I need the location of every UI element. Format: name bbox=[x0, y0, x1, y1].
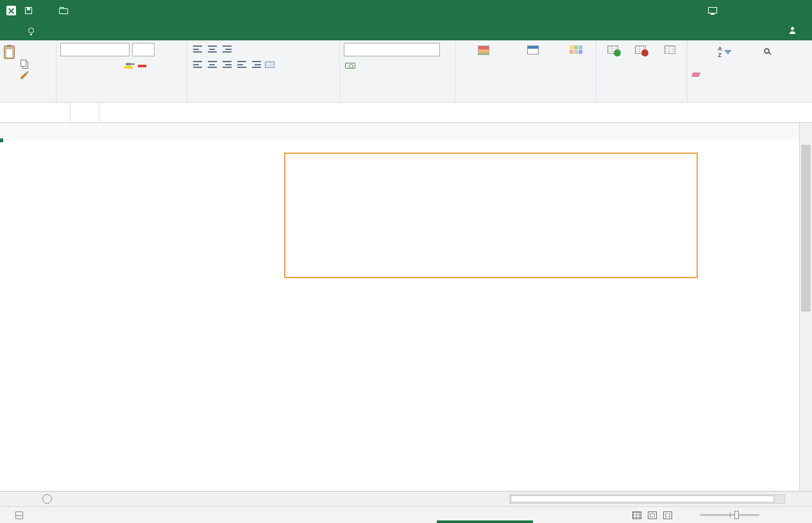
hscroll-track[interactable] bbox=[509, 494, 785, 504]
fill-color-bar bbox=[124, 66, 133, 69]
merge-center-icon bbox=[265, 62, 275, 68]
fill-button[interactable] bbox=[691, 57, 703, 67]
vertical-scrollbar[interactable] bbox=[799, 123, 812, 491]
format-cells-button[interactable] bbox=[656, 43, 684, 90]
clear-button[interactable] bbox=[691, 70, 703, 79]
vertical-scroll-thumb[interactable] bbox=[801, 145, 811, 311]
shrink-font-button[interactable] bbox=[172, 44, 184, 56]
grow-font-button[interactable] bbox=[157, 44, 169, 56]
number-format-combo[interactable] bbox=[344, 43, 440, 56]
hscroll-thumb[interactable] bbox=[511, 495, 774, 502]
percent-style-button[interactable] bbox=[361, 60, 373, 72]
font-size-combo[interactable] bbox=[132, 43, 155, 56]
insert-cells-button[interactable] bbox=[600, 43, 625, 90]
format-painter-button[interactable] bbox=[17, 71, 29, 81]
font-name-combo[interactable] bbox=[60, 43, 130, 56]
ribbon-group-alignment bbox=[187, 40, 340, 102]
increase-decimal-button[interactable] bbox=[391, 60, 403, 72]
eraser-icon bbox=[691, 72, 701, 77]
zoom-slider[interactable] bbox=[700, 514, 759, 516]
format-cells-icon bbox=[664, 46, 675, 54]
ribbon-group-cells bbox=[596, 40, 688, 102]
find-select-button[interactable] bbox=[747, 43, 786, 90]
zoom-slider-handle[interactable] bbox=[734, 511, 739, 519]
excel-app-icon[interactable] bbox=[6, 6, 16, 15]
scroll-down-icon[interactable] bbox=[800, 480, 812, 491]
share-button[interactable] bbox=[777, 21, 812, 40]
titlebar-right bbox=[666, 0, 812, 21]
scroll-up-icon[interactable] bbox=[800, 123, 812, 134]
paste-button[interactable] bbox=[4, 43, 15, 90]
copy-button[interactable] bbox=[17, 58, 29, 68]
maximize-button[interactable] bbox=[758, 0, 785, 21]
ribbon-group-editing: AZ bbox=[688, 40, 799, 102]
align-bottom-button[interactable] bbox=[221, 43, 233, 55]
minimize-button[interactable] bbox=[731, 0, 758, 21]
cut-button[interactable] bbox=[17, 46, 29, 55]
formula-input[interactable] bbox=[99, 103, 799, 122]
ribbon-group-styles bbox=[455, 40, 596, 102]
currency-icon bbox=[345, 63, 355, 69]
open-folder-icon[interactable] bbox=[59, 8, 68, 14]
find-select-icon bbox=[764, 48, 770, 54]
save-icon[interactable] bbox=[25, 7, 32, 14]
italic-button[interactable] bbox=[75, 60, 87, 72]
delete-cells-button[interactable] bbox=[628, 43, 653, 90]
macro-record-icon[interactable] bbox=[15, 511, 23, 519]
sort-filter-icon: AZ bbox=[718, 46, 732, 58]
format-painter-icon bbox=[20, 72, 27, 79]
autosum-button[interactable] bbox=[691, 44, 703, 54]
formula-note-textbox[interactable] bbox=[284, 153, 698, 278]
merge-center-button[interactable] bbox=[265, 62, 280, 68]
increase-indent-button[interactable] bbox=[250, 58, 262, 71]
person-icon bbox=[789, 27, 796, 34]
format-as-table-icon bbox=[527, 46, 539, 54]
borders-button[interactable] bbox=[107, 60, 119, 72]
close-button[interactable] bbox=[785, 0, 812, 21]
page-break-view-icon[interactable] bbox=[663, 511, 672, 519]
title-bar bbox=[0, 0, 812, 21]
decrease-indent-button[interactable] bbox=[235, 58, 248, 71]
align-left-button[interactable] bbox=[191, 58, 203, 71]
sheet-nav-left-icon[interactable] bbox=[0, 492, 17, 506]
ribbon-group-font bbox=[56, 40, 187, 102]
sheet-tab-bar bbox=[0, 491, 812, 506]
tell-me-box[interactable] bbox=[28, 21, 38, 40]
normal-view-icon[interactable] bbox=[632, 511, 641, 519]
ribbon-group-clipboard bbox=[0, 40, 56, 102]
page-layout-view-icon[interactable] bbox=[648, 511, 657, 519]
expand-formula-bar-icon[interactable] bbox=[799, 103, 812, 122]
display-settings-icon[interactable] bbox=[708, 7, 717, 13]
format-as-table-button[interactable] bbox=[510, 43, 556, 90]
new-sheet-button[interactable] bbox=[38, 492, 55, 506]
active-cell-selection[interactable] bbox=[0, 139, 3, 142]
comma-style-button[interactable] bbox=[376, 60, 388, 72]
align-center-button[interactable] bbox=[206, 58, 218, 71]
delete-cells-icon bbox=[635, 46, 646, 54]
underline-button[interactable] bbox=[90, 60, 102, 72]
ribbon-tab-plik[interactable] bbox=[0, 21, 18, 40]
accounting-format-button[interactable] bbox=[344, 60, 356, 72]
font-color-button[interactable] bbox=[138, 64, 146, 67]
align-right-button[interactable] bbox=[221, 58, 233, 71]
sheet-nav-right-icon[interactable] bbox=[17, 492, 33, 506]
align-top-button[interactable] bbox=[191, 43, 203, 55]
decrease-decimal-button[interactable] bbox=[405, 60, 418, 72]
orientation-button[interactable] bbox=[235, 43, 248, 55]
bold-button[interactable] bbox=[60, 60, 72, 72]
conditional-formatting-button[interactable] bbox=[459, 43, 507, 90]
align-middle-button[interactable] bbox=[206, 43, 218, 55]
ribbon-tab-row bbox=[0, 21, 812, 40]
name-box[interactable] bbox=[0, 103, 71, 122]
cell-styles-button[interactable] bbox=[559, 43, 593, 90]
taskbar-peek bbox=[437, 520, 533, 523]
cell-styles-icon bbox=[570, 46, 582, 54]
sort-filter-button[interactable]: AZ bbox=[706, 43, 744, 90]
conditional-formatting-icon bbox=[478, 46, 489, 55]
formula-bar bbox=[0, 103, 812, 123]
column-headers bbox=[0, 123, 812, 139]
horizontal-scrollbar bbox=[496, 492, 812, 506]
fill-color-button[interactable] bbox=[124, 63, 133, 69]
view-shortcuts bbox=[632, 511, 672, 519]
ribbon-group-number bbox=[340, 40, 455, 102]
